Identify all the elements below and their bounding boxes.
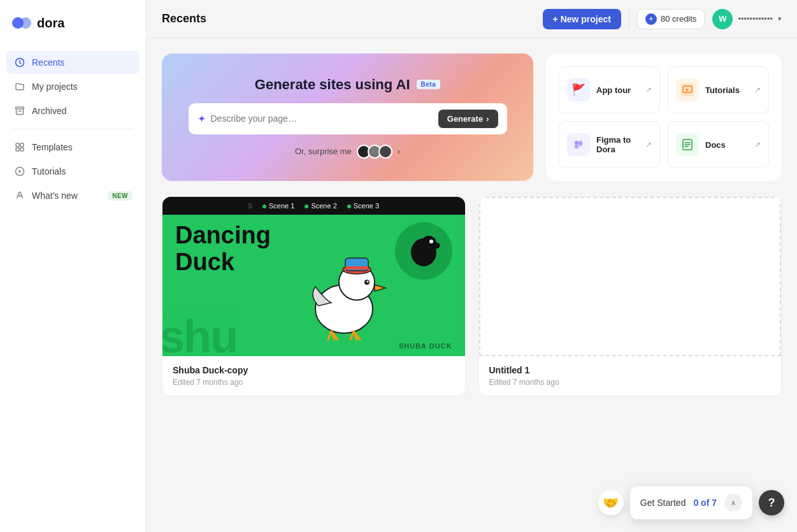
docs-icon — [676, 133, 699, 156]
untitled-thumbnail-placeholder — [479, 197, 782, 356]
help-button[interactable]: ? — [759, 490, 784, 515]
avatar: W — [712, 9, 733, 29]
quick-links-panel: 🚩 App tour ↗ Tutorials ↗ — [546, 54, 782, 181]
figma-icon — [567, 133, 590, 156]
figma-label: Figma to Dora — [596, 135, 639, 154]
quick-link-figma[interactable]: Figma to Dora ↗ — [559, 121, 660, 168]
sidebar-item-whats-new-label: What's new — [32, 191, 78, 201]
generate-button[interactable]: Generate › — [438, 110, 498, 128]
duck-top-bar: S Scene 1 Scene 2 Scene 3 — [162, 197, 465, 215]
header: Recents + New project + 80 credits W •••… — [147, 0, 797, 38]
sidebar-item-whats-new[interactable]: What's new NEW — [6, 184, 140, 207]
svg-point-1 — [20, 17, 31, 29]
folder-icon — [14, 81, 25, 92]
new-project-button[interactable]: + New project — [543, 9, 621, 29]
project-info-shuba-duck: Shuba Duck-copy Edited 7 months ago — [162, 356, 465, 396]
play-icon — [14, 166, 25, 177]
surprise-label: Or, surprise me — [295, 147, 352, 156]
sidebar-item-recents[interactable]: Recents — [6, 51, 140, 74]
svg-rect-7 — [20, 148, 24, 151]
scene-1: Scene 1 — [262, 202, 294, 210]
project-thumbnail-shuba-duck: S Scene 1 Scene 2 Scene 3 Dancing Duck — [162, 197, 465, 356]
sidebar-item-my-projects-label: My projects — [32, 82, 78, 92]
get-started-pill[interactable]: Get Started 0 of 7 ∧ — [630, 486, 752, 519]
scene-2: Scene 2 — [305, 202, 336, 210]
main-area: Recents + New project + 80 credits W •••… — [147, 0, 797, 532]
grid-icon — [14, 141, 25, 153]
shuba-label: SHUBA DUCK — [399, 342, 452, 350]
scene-s: S — [248, 203, 252, 210]
header-divider — [629, 10, 629, 28]
collapse-button[interactable]: ∧ — [724, 494, 742, 512]
svg-rect-6 — [16, 148, 19, 151]
sidebar-item-archived-label: Archived — [32, 106, 66, 116]
new-project-label: + New project — [553, 14, 611, 24]
project-card-untitled[interactable]: Untitled 1 Edited 7 months ago — [478, 196, 782, 396]
project-date-shuba-duck: Edited 7 months ago — [173, 378, 455, 387]
quick-link-tutorials[interactable]: Tutorials ↗ — [668, 66, 769, 113]
page-title: Recents — [162, 12, 535, 25]
logo: dora — [0, 0, 146, 46]
whats-new-badge: NEW — [108, 191, 132, 201]
dora-logo-icon — [11, 13, 32, 33]
sidebar-item-tutorials-label: Tutorials — [32, 166, 66, 176]
archive-icon — [14, 105, 25, 117]
arrow-right-icon: › — [486, 114, 489, 124]
svg-point-19 — [429, 240, 433, 243]
quick-link-docs[interactable]: Docs ↗ — [668, 121, 769, 168]
bottom-bar: 🤝 Get Started 0 of 7 ∧ ? — [598, 486, 784, 519]
app-tour-icon: 🚩 — [567, 78, 590, 101]
ai-banner: Generate sites using AI Beta ✦ Generate … — [162, 54, 533, 181]
ai-input-row: ✦ Generate › — [189, 103, 507, 134]
external-link-icon-2: ↗ — [754, 85, 761, 94]
duck-title: Dancing Duck — [175, 222, 271, 276]
beta-badge: Beta — [417, 80, 441, 89]
project-name-shuba-duck: Shuba Duck-copy — [173, 365, 455, 375]
svg-point-27 — [367, 281, 369, 283]
credits-icon: + — [645, 13, 657, 25]
projects-grid: S Scene 1 Scene 2 Scene 3 Dancing Duck — [162, 196, 782, 396]
rocket-icon — [14, 190, 25, 201]
external-link-icon-3: ↗ — [645, 140, 652, 149]
tutorials-label: Tutorials — [705, 85, 748, 95]
project-info-untitled: Untitled 1 Edited 7 months ago — [479, 356, 782, 396]
chevron-right-icon: › — [398, 147, 400, 156]
credits-label: 80 credits — [661, 14, 696, 24]
sidebar-item-my-projects[interactable]: My projects — [6, 75, 140, 98]
project-date-untitled: Edited 7 months ago — [489, 378, 772, 387]
project-card-shuba-duck[interactable]: S Scene 1 Scene 2 Scene 3 Dancing Duck — [162, 196, 466, 396]
get-started-progress: 0 of 7 — [693, 498, 717, 508]
sidebar-item-recents-label: Recents — [32, 57, 64, 68]
avatar-stack — [357, 145, 392, 159]
svg-point-9 — [19, 194, 20, 196]
svg-rect-25 — [345, 266, 368, 270]
docs-label: Docs — [705, 140, 748, 150]
hand-wave-button[interactable]: 🤝 — [598, 490, 624, 515]
avatar-3 — [378, 145, 392, 159]
duck-circle-icon — [395, 222, 452, 280]
surprise-row[interactable]: Or, surprise me › — [295, 145, 400, 159]
logo-text: dora — [37, 16, 64, 31]
user-name: •••••••••••• — [738, 14, 773, 24]
sidebar: dora Recents My projects — [0, 0, 147, 532]
content-area: Generate sites using AI Beta ✦ Generate … — [147, 38, 797, 532]
sidebar-item-templates[interactable]: Templates — [6, 136, 140, 159]
sidebar-nav: Recents My projects Archived — [0, 46, 146, 212]
user-menu[interactable]: W •••••••••••• ▾ — [712, 9, 782, 29]
duck-illustration — [293, 245, 395, 343]
quick-link-app-tour[interactable]: 🚩 App tour ↗ — [559, 66, 660, 113]
sidebar-item-tutorials[interactable]: Tutorials — [6, 160, 140, 183]
svg-rect-14 — [575, 145, 578, 148]
external-link-icon-4: ↗ — [754, 140, 761, 149]
svg-rect-4 — [16, 143, 19, 147]
svg-rect-5 — [20, 143, 24, 147]
svg-rect-15 — [578, 141, 582, 145]
sidebar-item-archived[interactable]: Archived — [6, 99, 140, 122]
app-tour-label: App tour — [596, 85, 639, 95]
sidebar-item-templates-label: Templates — [32, 142, 73, 152]
ai-prompt-input[interactable] — [211, 113, 433, 124]
project-name-untitled: Untitled 1 — [489, 365, 772, 375]
svg-rect-13 — [575, 141, 578, 145]
ai-banner-title: Generate sites using AI Beta — [255, 76, 440, 93]
credits-badge[interactable]: + 80 credits — [637, 9, 705, 29]
